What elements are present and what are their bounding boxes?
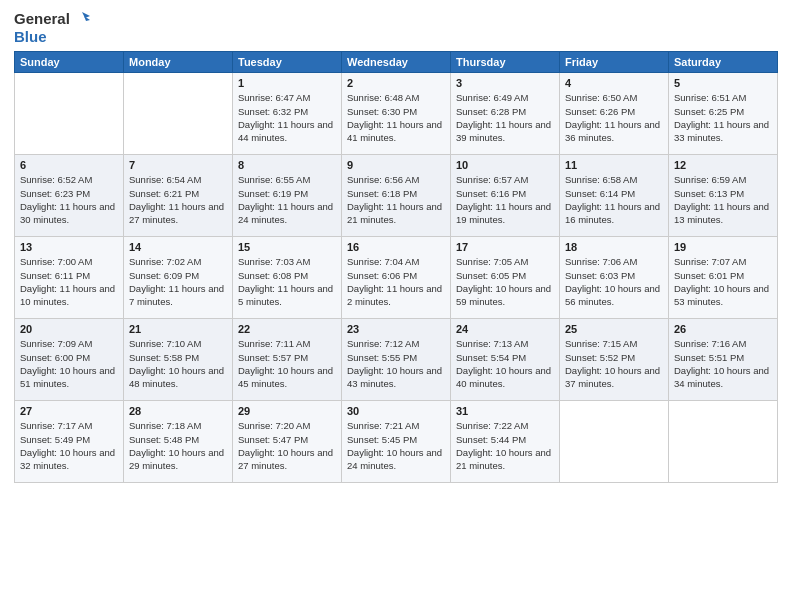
day-info: Sunrise: 6:56 AM Sunset: 6:18 PM Dayligh… — [347, 173, 445, 226]
calendar-cell — [15, 73, 124, 155]
day-number: 17 — [456, 241, 554, 253]
day-number: 24 — [456, 323, 554, 335]
day-number: 11 — [565, 159, 663, 171]
day-info: Sunrise: 7:00 AM Sunset: 6:11 PM Dayligh… — [20, 255, 118, 308]
day-info: Sunrise: 6:48 AM Sunset: 6:30 PM Dayligh… — [347, 91, 445, 144]
svg-marker-0 — [82, 12, 90, 18]
header: General Blue — [14, 10, 778, 45]
calendar-cell: 2Sunrise: 6:48 AM Sunset: 6:30 PM Daylig… — [342, 73, 451, 155]
day-number: 31 — [456, 405, 554, 417]
day-info: Sunrise: 7:03 AM Sunset: 6:08 PM Dayligh… — [238, 255, 336, 308]
calendar-cell — [669, 401, 778, 483]
day-number: 16 — [347, 241, 445, 253]
day-number: 9 — [347, 159, 445, 171]
weekday-header: Monday — [124, 52, 233, 73]
day-info: Sunrise: 6:55 AM Sunset: 6:19 PM Dayligh… — [238, 173, 336, 226]
calendar-cell: 7Sunrise: 6:54 AM Sunset: 6:21 PM Daylig… — [124, 155, 233, 237]
day-info: Sunrise: 7:20 AM Sunset: 5:47 PM Dayligh… — [238, 419, 336, 472]
day-number: 23 — [347, 323, 445, 335]
day-number: 10 — [456, 159, 554, 171]
weekday-header: Wednesday — [342, 52, 451, 73]
calendar-cell: 4Sunrise: 6:50 AM Sunset: 6:26 PM Daylig… — [560, 73, 669, 155]
calendar-cell: 25Sunrise: 7:15 AM Sunset: 5:52 PM Dayli… — [560, 319, 669, 401]
day-info: Sunrise: 7:09 AM Sunset: 6:00 PM Dayligh… — [20, 337, 118, 390]
calendar-cell: 30Sunrise: 7:21 AM Sunset: 5:45 PM Dayli… — [342, 401, 451, 483]
day-info: Sunrise: 7:21 AM Sunset: 5:45 PM Dayligh… — [347, 419, 445, 472]
day-info: Sunrise: 7:18 AM Sunset: 5:48 PM Dayligh… — [129, 419, 227, 472]
day-info: Sunrise: 6:59 AM Sunset: 6:13 PM Dayligh… — [674, 173, 772, 226]
day-number: 28 — [129, 405, 227, 417]
day-number: 26 — [674, 323, 772, 335]
calendar-cell — [124, 73, 233, 155]
day-number: 15 — [238, 241, 336, 253]
calendar-cell: 31Sunrise: 7:22 AM Sunset: 5:44 PM Dayli… — [451, 401, 560, 483]
calendar-cell: 14Sunrise: 7:02 AM Sunset: 6:09 PM Dayli… — [124, 237, 233, 319]
calendar-cell: 16Sunrise: 7:04 AM Sunset: 6:06 PM Dayli… — [342, 237, 451, 319]
weekday-header: Saturday — [669, 52, 778, 73]
day-info: Sunrise: 7:22 AM Sunset: 5:44 PM Dayligh… — [456, 419, 554, 472]
calendar-cell: 13Sunrise: 7:00 AM Sunset: 6:11 PM Dayli… — [15, 237, 124, 319]
calendar-cell: 23Sunrise: 7:12 AM Sunset: 5:55 PM Dayli… — [342, 319, 451, 401]
day-info: Sunrise: 7:16 AM Sunset: 5:51 PM Dayligh… — [674, 337, 772, 390]
calendar-cell: 3Sunrise: 6:49 AM Sunset: 6:28 PM Daylig… — [451, 73, 560, 155]
day-number: 14 — [129, 241, 227, 253]
day-info: Sunrise: 7:17 AM Sunset: 5:49 PM Dayligh… — [20, 419, 118, 472]
day-info: Sunrise: 6:52 AM Sunset: 6:23 PM Dayligh… — [20, 173, 118, 226]
calendar-cell: 26Sunrise: 7:16 AM Sunset: 5:51 PM Dayli… — [669, 319, 778, 401]
day-number: 4 — [565, 77, 663, 89]
day-number: 18 — [565, 241, 663, 253]
calendar-cell: 9Sunrise: 6:56 AM Sunset: 6:18 PM Daylig… — [342, 155, 451, 237]
day-number: 30 — [347, 405, 445, 417]
day-info: Sunrise: 7:13 AM Sunset: 5:54 PM Dayligh… — [456, 337, 554, 390]
calendar-cell: 10Sunrise: 6:57 AM Sunset: 6:16 PM Dayli… — [451, 155, 560, 237]
logo: General Blue — [14, 10, 90, 45]
logo-general: General — [14, 10, 70, 27]
day-number: 25 — [565, 323, 663, 335]
calendar-cell — [560, 401, 669, 483]
day-info: Sunrise: 7:04 AM Sunset: 6:06 PM Dayligh… — [347, 255, 445, 308]
calendar-cell: 1Sunrise: 6:47 AM Sunset: 6:32 PM Daylig… — [233, 73, 342, 155]
calendar-week-row: 1Sunrise: 6:47 AM Sunset: 6:32 PM Daylig… — [15, 73, 778, 155]
weekday-header: Thursday — [451, 52, 560, 73]
weekday-header: Sunday — [15, 52, 124, 73]
day-info: Sunrise: 6:50 AM Sunset: 6:26 PM Dayligh… — [565, 91, 663, 144]
day-number: 3 — [456, 77, 554, 89]
day-info: Sunrise: 7:11 AM Sunset: 5:57 PM Dayligh… — [238, 337, 336, 390]
day-info: Sunrise: 6:58 AM Sunset: 6:14 PM Dayligh… — [565, 173, 663, 226]
weekday-header: Tuesday — [233, 52, 342, 73]
day-number: 7 — [129, 159, 227, 171]
day-number: 5 — [674, 77, 772, 89]
calendar-table: SundayMondayTuesdayWednesdayThursdayFrid… — [14, 51, 778, 483]
day-number: 27 — [20, 405, 118, 417]
weekday-header: Friday — [560, 52, 669, 73]
calendar-cell: 21Sunrise: 7:10 AM Sunset: 5:58 PM Dayli… — [124, 319, 233, 401]
calendar-cell: 15Sunrise: 7:03 AM Sunset: 6:08 PM Dayli… — [233, 237, 342, 319]
calendar-week-row: 27Sunrise: 7:17 AM Sunset: 5:49 PM Dayli… — [15, 401, 778, 483]
day-number: 22 — [238, 323, 336, 335]
calendar-cell: 18Sunrise: 7:06 AM Sunset: 6:03 PM Dayli… — [560, 237, 669, 319]
day-info: Sunrise: 6:47 AM Sunset: 6:32 PM Dayligh… — [238, 91, 336, 144]
day-number: 13 — [20, 241, 118, 253]
page-container: General Blue SundayMondayTuesdayWednesda… — [0, 0, 792, 489]
logo-bird-icon — [72, 10, 90, 28]
day-number: 12 — [674, 159, 772, 171]
day-number: 29 — [238, 405, 336, 417]
day-info: Sunrise: 7:10 AM Sunset: 5:58 PM Dayligh… — [129, 337, 227, 390]
day-info: Sunrise: 7:12 AM Sunset: 5:55 PM Dayligh… — [347, 337, 445, 390]
day-number: 20 — [20, 323, 118, 335]
day-info: Sunrise: 7:15 AM Sunset: 5:52 PM Dayligh… — [565, 337, 663, 390]
day-info: Sunrise: 6:49 AM Sunset: 6:28 PM Dayligh… — [456, 91, 554, 144]
calendar-cell: 27Sunrise: 7:17 AM Sunset: 5:49 PM Dayli… — [15, 401, 124, 483]
day-info: Sunrise: 7:02 AM Sunset: 6:09 PM Dayligh… — [129, 255, 227, 308]
header-row: SundayMondayTuesdayWednesdayThursdayFrid… — [15, 52, 778, 73]
day-number: 2 — [347, 77, 445, 89]
day-number: 8 — [238, 159, 336, 171]
calendar-cell: 24Sunrise: 7:13 AM Sunset: 5:54 PM Dayli… — [451, 319, 560, 401]
calendar-cell: 12Sunrise: 6:59 AM Sunset: 6:13 PM Dayli… — [669, 155, 778, 237]
day-info: Sunrise: 6:51 AM Sunset: 6:25 PM Dayligh… — [674, 91, 772, 144]
day-number: 21 — [129, 323, 227, 335]
day-number: 1 — [238, 77, 336, 89]
calendar-cell: 5Sunrise: 6:51 AM Sunset: 6:25 PM Daylig… — [669, 73, 778, 155]
calendar-cell: 22Sunrise: 7:11 AM Sunset: 5:57 PM Dayli… — [233, 319, 342, 401]
calendar-cell: 6Sunrise: 6:52 AM Sunset: 6:23 PM Daylig… — [15, 155, 124, 237]
